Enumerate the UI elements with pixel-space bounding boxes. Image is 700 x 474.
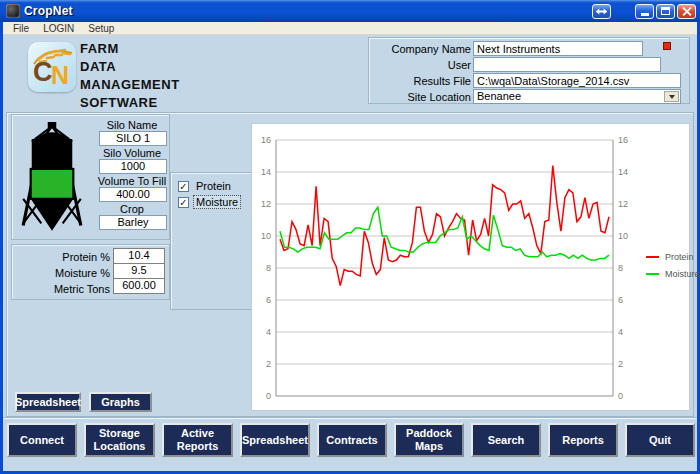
volume-to-fill-label: Volume To Fill: [92, 175, 172, 187]
silo-volume-label: Silo Volume: [96, 147, 168, 159]
spreadsheet-button[interactable]: Spreadsheet: [240, 423, 310, 457]
protein-legend-label: Protein: [665, 252, 694, 262]
cropnet-window: CropNet File LOGIN Setup C N FARM D: [0, 0, 700, 474]
app-title-line: SOFTWARE: [80, 94, 180, 112]
moisture-field: 9.5: [113, 263, 165, 279]
app-title-line: MANAGEMENT: [80, 76, 180, 94]
protein-field: 10.4: [113, 248, 165, 264]
svg-text:2: 2: [266, 359, 271, 369]
chevron-down-icon: [669, 95, 675, 99]
cropnet-logo: C N: [28, 42, 76, 92]
moisture-label: Moisture %: [14, 267, 110, 279]
moisture-checkbox-label[interactable]: Moisture: [194, 196, 240, 208]
active-reports-button[interactable]: Active Reports: [162, 423, 233, 457]
svg-text:6: 6: [266, 295, 271, 305]
silo-name-field[interactable]: SILO 1: [99, 131, 167, 146]
chart-panel: 00224466881010121214141616 Protein Moist…: [251, 123, 690, 411]
maximize-button[interactable]: [656, 4, 675, 19]
site-location-select[interactable]: Benanee: [473, 89, 681, 104]
svg-text:10: 10: [261, 231, 271, 241]
dropdown-button[interactable]: [664, 91, 679, 102]
svg-text:8: 8: [266, 263, 271, 273]
maximize-icon: [661, 7, 670, 15]
results-file-label: Results File: [371, 75, 471, 87]
reports-button[interactable]: Reports: [548, 423, 618, 457]
svg-text:4: 4: [618, 327, 623, 337]
protein-checkbox-label[interactable]: Protein: [194, 180, 233, 192]
results-file-input[interactable]: [473, 73, 681, 88]
graphs-view-button[interactable]: Graphs: [89, 392, 152, 412]
close-button[interactable]: [677, 4, 696, 19]
readings-panel: Protein % 10.4 Moisture % 9.5 Metric Ton…: [11, 244, 170, 300]
moisture-legend-swatch: [646, 273, 659, 275]
svg-text:16: 16: [261, 135, 271, 145]
crop-field[interactable]: Barley: [99, 215, 167, 230]
svg-text:12: 12: [261, 199, 271, 209]
moisture-checkbox-row[interactable]: Moisture: [178, 196, 240, 208]
metric-tons-field: 600.00: [113, 278, 165, 294]
silo-name-label: Silo Name: [96, 119, 168, 131]
moisture-legend-label: Moisture: [665, 269, 700, 279]
svg-text:10: 10: [618, 231, 628, 241]
menu-setup[interactable]: Setup: [82, 23, 120, 34]
chart-svg: 00224466881010121214141616: [252, 124, 689, 410]
svg-text:0: 0: [618, 391, 623, 401]
volume-to-fill-field[interactable]: 400.00: [99, 187, 167, 202]
svg-text:6: 6: [618, 295, 623, 305]
protein-legend-swatch: [646, 256, 659, 258]
user-input[interactable]: [473, 57, 661, 72]
site-location-value: Benanee: [477, 90, 521, 102]
connect-button[interactable]: Connect: [7, 423, 77, 457]
menu-file[interactable]: File: [7, 23, 35, 34]
menu-bar: File LOGIN Setup: [3, 22, 697, 35]
user-label: User: [371, 59, 471, 71]
contracts-button[interactable]: Contracts: [317, 423, 387, 457]
silo-volume-field[interactable]: 1000: [99, 159, 167, 174]
window-border-left: [0, 22, 3, 474]
company-name-label: Company Name: [371, 43, 471, 55]
crop-label: Crop: [96, 203, 168, 215]
company-panel: Company Name User Results File Site Loca…: [368, 37, 690, 104]
left-right-arrows-icon: [595, 7, 608, 16]
protein-checkbox-row[interactable]: Protein: [178, 180, 233, 192]
bottom-divider: [3, 417, 697, 419]
svg-text:14: 14: [618, 167, 628, 177]
site-location-label: Site Location: [371, 91, 471, 103]
silo-icon: [20, 122, 84, 234]
resize-arrows-button[interactable]: [592, 4, 611, 19]
title-bar: CropNet: [0, 0, 700, 22]
protein-checkbox[interactable]: [178, 181, 189, 192]
app-icon: [6, 4, 20, 18]
svg-text:2: 2: [618, 359, 623, 369]
storage-locations-button[interactable]: Storage Locations: [84, 423, 155, 457]
search-button[interactable]: Search: [471, 423, 541, 457]
menu-login[interactable]: LOGIN: [37, 23, 80, 34]
spreadsheet-view-button[interactable]: Spreadsheet: [15, 392, 81, 412]
svg-text:4: 4: [266, 327, 271, 337]
app-title-line: FARM: [80, 40, 180, 58]
app-title-line: DATA: [80, 58, 180, 76]
svg-text:8: 8: [618, 263, 623, 273]
silo-panel: Silo Name SILO 1 Silo Volume 1000 Volume…: [11, 114, 170, 240]
paddock-maps-button[interactable]: Paddock Maps: [394, 423, 464, 457]
minimize-icon: [641, 13, 649, 16]
svg-text:16: 16: [618, 135, 628, 145]
company-name-input[interactable]: [473, 41, 643, 56]
close-icon: [682, 7, 691, 16]
minimize-button[interactable]: [635, 4, 654, 19]
logo-letter-c: C: [33, 59, 53, 86]
legend-moisture: Moisture: [646, 269, 700, 279]
moisture-checkbox[interactable]: [178, 197, 189, 208]
series-toggle-panel: Protein Moisture: [170, 172, 257, 310]
protein-label: Protein %: [14, 251, 110, 263]
window-title: CropNet: [24, 4, 73, 18]
status-indicator: [663, 42, 671, 50]
logo-letter-n: N: [51, 63, 69, 88]
app-title: FARM DATA MANAGEMENT SOFTWARE: [80, 40, 180, 112]
metric-tons-label: Metric Tons: [14, 283, 110, 295]
legend-protein: Protein: [646, 252, 694, 262]
svg-text:0: 0: [266, 391, 271, 401]
svg-text:14: 14: [261, 167, 271, 177]
quit-button[interactable]: Quit: [625, 423, 695, 457]
svg-text:12: 12: [618, 199, 628, 209]
